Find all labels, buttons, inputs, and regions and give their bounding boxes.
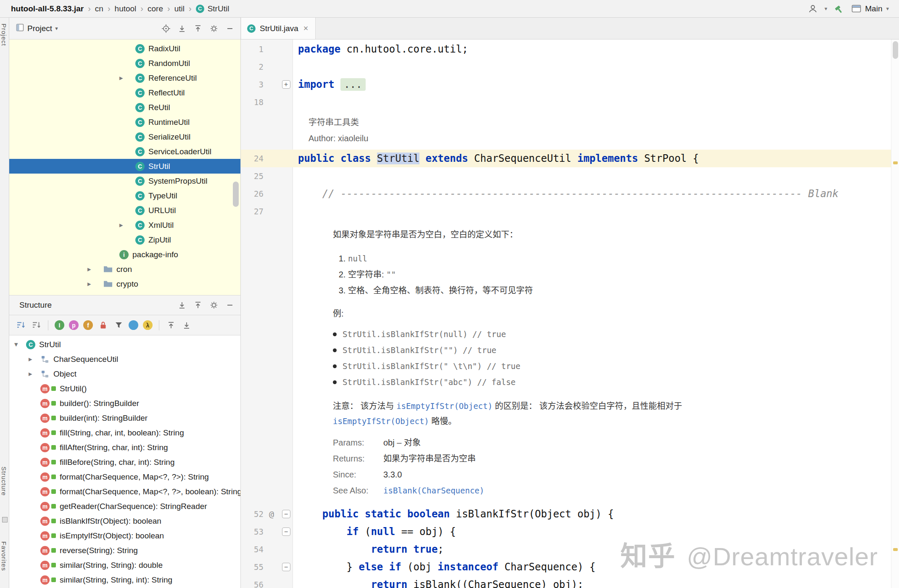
project-tree-item[interactable]: ▸CXmlUtil bbox=[9, 218, 240, 232]
project-tree-item[interactable]: CURLUtil bbox=[9, 203, 240, 218]
editor-gutter[interactable]: 2 bbox=[241, 58, 293, 76]
structure-tree-item[interactable]: ▾CStrUtil bbox=[9, 337, 240, 352]
editor-gutter[interactable] bbox=[241, 111, 293, 150]
structure-tree-item[interactable]: mStrUtil() bbox=[9, 381, 240, 396]
expand-arrow-icon[interactable]: ▸ bbox=[117, 74, 135, 82]
project-tree-item[interactable]: CSystemPropsUtil bbox=[9, 174, 240, 188]
structure-tree-item[interactable]: mfill(String, char, int, boolean): Strin… bbox=[9, 425, 240, 440]
code-line[interactable] bbox=[293, 58, 899, 76]
editor-gutter[interactable]: 27 bbox=[241, 203, 293, 220]
sort-by-visibility-icon[interactable] bbox=[31, 320, 42, 331]
structure-tree-item[interactable]: mbuilder(): StringBuilder bbox=[9, 396, 240, 411]
code-line[interactable] bbox=[293, 203, 899, 220]
code-line[interactable]: if (null == obj) { bbox=[293, 523, 899, 541]
show-anonymous-classes-icon[interactable] bbox=[129, 320, 138, 330]
collapse-arrow-icon[interactable]: ▾ bbox=[14, 340, 26, 349]
editor-gutter[interactable]: 55− bbox=[241, 558, 293, 576]
breadcrumb-item[interactable]: cn bbox=[95, 4, 103, 13]
project-tree-item[interactable]: CSerializeUtil bbox=[9, 129, 240, 144]
stripe-structure-button[interactable]: Structure bbox=[0, 467, 8, 496]
structure-tree-item[interactable]: mformat(CharSequence, Map<?, ?>, boolean… bbox=[9, 484, 240, 499]
line-number[interactable]: 56 bbox=[241, 580, 264, 588]
editor-gutter[interactable]: 3+ bbox=[241, 76, 293, 93]
line-number[interactable]: 54 bbox=[241, 545, 264, 554]
stripe-mark[interactable] bbox=[893, 161, 898, 164]
expand-all-icon[interactable] bbox=[177, 23, 187, 34]
show-interfaces-icon[interactable]: I bbox=[55, 320, 64, 330]
expand-arrow-icon[interactable]: ▸ bbox=[29, 369, 40, 378]
locate-target-icon[interactable] bbox=[161, 23, 171, 34]
fold-expand-icon[interactable]: + bbox=[282, 80, 290, 89]
line-number[interactable]: 25 bbox=[241, 171, 264, 181]
line-number[interactable]: 18 bbox=[241, 98, 264, 107]
show-lambdas-icon[interactable]: λ bbox=[143, 320, 153, 330]
code-line[interactable]: public class StrUtil extends CharSequenc… bbox=[293, 150, 899, 167]
chevron-down-icon[interactable]: ▾ bbox=[825, 5, 828, 12]
show-non-public-icon[interactable] bbox=[98, 320, 108, 331]
structure-tree-item[interactable]: mbuilder(int): StringBuilder bbox=[9, 411, 240, 425]
code-line[interactable]: public static boolean isBlankIfStr(Objec… bbox=[293, 505, 899, 523]
structure-tree-item[interactable]: ▸Object bbox=[9, 367, 240, 381]
editor-gutter[interactable]: 52@− bbox=[241, 505, 293, 523]
autoscroll-to-source-icon[interactable] bbox=[166, 320, 177, 331]
collapse-all-icon[interactable] bbox=[192, 300, 203, 311]
structure-tree-item[interactable]: mfillBefore(String, char, int): String bbox=[9, 455, 240, 469]
editor-gutter[interactable]: 54 bbox=[241, 541, 293, 558]
project-tree-item[interactable]: CTypeUtil bbox=[9, 188, 240, 203]
structure-tree-item[interactable]: mreverse(String): String bbox=[9, 543, 240, 558]
hide-panel-icon[interactable] bbox=[224, 300, 235, 311]
tab-strutil-java[interactable]: C StrUtil.java × bbox=[241, 18, 316, 39]
error-stripe-scrollbar[interactable] bbox=[891, 40, 899, 588]
collapse-all-icon[interactable] bbox=[192, 23, 203, 34]
breadcrumb-item[interactable]: hutool-all-5.8.33.jar bbox=[11, 4, 84, 13]
expand-all-icon[interactable] bbox=[177, 300, 187, 311]
structure-tree-item[interactable]: msimilar(String, String, int): String bbox=[9, 572, 240, 587]
project-tree-item[interactable]: CZipUtil bbox=[9, 232, 240, 247]
user-icon[interactable] bbox=[808, 4, 818, 14]
code-line[interactable]: } else if (obj instanceof CharSequence) … bbox=[293, 558, 899, 576]
line-number[interactable]: 52 bbox=[241, 509, 264, 519]
run-configuration-selector[interactable]: Main ▾ bbox=[852, 4, 889, 13]
chevron-down-icon[interactable]: ▾ bbox=[55, 25, 58, 32]
autoscroll-from-source-icon[interactable] bbox=[181, 320, 192, 331]
editor-gutter[interactable]: 56 bbox=[241, 576, 293, 588]
expand-arrow-icon[interactable]: ▸ bbox=[29, 355, 40, 364]
project-tree-item[interactable]: ▸crypto bbox=[9, 277, 240, 291]
structure-tree-item[interactable]: mgetReader(CharSequence): StringReader bbox=[9, 499, 240, 514]
stripe-favorites-button[interactable]: Favorites bbox=[0, 541, 8, 571]
line-number[interactable]: 27 bbox=[241, 207, 264, 216]
show-fields-icon[interactable]: f bbox=[83, 320, 93, 330]
hide-panel-icon[interactable] bbox=[224, 23, 235, 34]
structure-tree-item[interactable]: mfillAfter(String, char, int): String bbox=[9, 440, 240, 455]
editor-gutter[interactable]: 26 bbox=[241, 185, 293, 203]
structure-tree-item[interactable]: ▸CharSequenceUtil bbox=[9, 352, 240, 367]
breadcrumb-item[interactable]: core bbox=[148, 4, 163, 13]
project-tree-item[interactable]: CStrUtil bbox=[9, 159, 240, 174]
project-tree-item[interactable]: CServiceLoaderUtil bbox=[9, 144, 240, 159]
show-properties-icon[interactable]: p bbox=[69, 320, 79, 330]
tool-window-icon[interactable] bbox=[2, 517, 8, 522]
expand-arrow-icon[interactable]: ▸ bbox=[85, 279, 103, 288]
code-line[interactable]: import ... bbox=[293, 76, 899, 93]
breadcrumb-item[interactable]: hutool bbox=[115, 4, 137, 13]
settings-gear-icon[interactable] bbox=[208, 300, 219, 311]
editor-gutter[interactable]: 24 bbox=[241, 150, 293, 167]
doc-link[interactable]: isEmptyIfStr(Object) bbox=[333, 417, 429, 426]
project-tree-item[interactable]: CRandomUtil bbox=[9, 56, 240, 71]
project-tree-item[interactable]: CReflectUtil bbox=[9, 85, 240, 100]
fold-collapse-icon[interactable]: − bbox=[282, 527, 290, 536]
scrollbar-thumb[interactable] bbox=[233, 182, 239, 207]
scrollbar-thumb[interactable] bbox=[893, 41, 898, 59]
sort-alphabetically-icon[interactable] bbox=[15, 320, 26, 331]
code-line[interactable] bbox=[293, 167, 899, 185]
project-tree-item[interactable]: CReUtil bbox=[9, 100, 240, 115]
editor-gutter[interactable]: 1 bbox=[241, 40, 293, 58]
project-tree-item[interactable]: ipackage-info bbox=[9, 247, 240, 262]
structure-tree-item[interactable]: mformat(CharSequence, Map<?, ?>): String bbox=[9, 469, 240, 484]
structure-tree-item[interactable]: misEmptyIfStr(Object): boolean bbox=[9, 528, 240, 543]
code-line[interactable]: package cn.hutool.core.util; bbox=[293, 40, 899, 58]
expand-arrow-icon[interactable]: ▸ bbox=[117, 221, 135, 229]
line-number[interactable]: 26 bbox=[241, 189, 264, 198]
project-tree-item[interactable]: ▸CReferenceUtil bbox=[9, 71, 240, 85]
project-tree-item[interactable]: ▸cron bbox=[9, 262, 240, 277]
